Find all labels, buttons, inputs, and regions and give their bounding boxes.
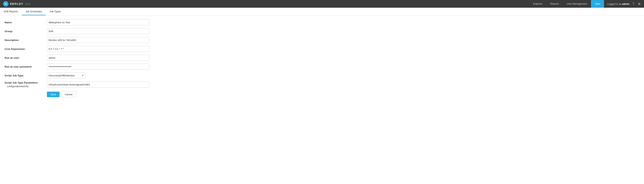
script-job-params-label: Script Job Type Parameters: configuratio… [4, 81, 47, 88]
description-label: Description: [4, 39, 47, 42]
sub-navigation: Drift Reports Job Schedules Job Types [0, 8, 644, 16]
save-button[interactable]: Save [47, 92, 60, 97]
config-item-input[interactable] [47, 81, 149, 88]
nav-jobs[interactable]: Jobs [591, 0, 604, 8]
nav-user-management[interactable]: User Management [563, 0, 591, 8]
tab-drift-reports[interactable]: Drift Reports [3, 8, 22, 16]
run-as-password-row: Run as user password: [4, 64, 149, 70]
logo-icon: XL [3, 1, 8, 7]
run-as-user-row: Run as user: [4, 55, 149, 61]
logged-in-text: Logged in as admin [607, 3, 630, 6]
description-row: Description: [4, 37, 149, 43]
nav-explorer[interactable]: Explorer [529, 0, 546, 8]
group-input[interactable] [47, 28, 149, 34]
tab-job-types[interactable]: Job Types [46, 8, 65, 16]
script-job-type-wrapper: DiscoveryDriftDetection ▼ [47, 72, 85, 79]
cron-input[interactable] [47, 46, 149, 52]
cron-row: Cron Expression: [4, 46, 149, 52]
cron-label: Cron Expression: [4, 48, 47, 50]
nav-right: Logged in as admin ? ⚙ [607, 2, 641, 6]
app-name: DEPLOY [10, 2, 24, 6]
form-buttons: Save Cancel [4, 92, 149, 97]
job-schedule-form: Name: Group: Description: Cron Expressio… [0, 16, 154, 101]
top-navigation: XL DEPLOY 6.2.1 Explorer Reports User Ma… [0, 0, 644, 8]
name-row: Name: [4, 19, 149, 25]
config-item-label: configurationItemId: [4, 85, 44, 88]
nav-links: Explorer Reports User Management Jobs [529, 0, 604, 8]
app-version: 6.2.1 [26, 3, 30, 5]
description-input[interactable] [47, 37, 149, 43]
run-as-user-input[interactable] [47, 55, 149, 61]
settings-icon[interactable]: ⚙ [638, 2, 641, 6]
run-as-password-label: Run as user password: [4, 65, 47, 68]
script-job-type-label: Script Job Type: [4, 74, 47, 77]
group-row: Group: [4, 28, 149, 34]
nav-reports[interactable]: Reports [546, 0, 563, 8]
group-label: Group: [4, 30, 47, 33]
tab-job-schedules[interactable]: Job Schedules [22, 8, 46, 16]
script-job-type-select[interactable]: DiscoveryDriftDetection [47, 72, 85, 79]
name-input[interactable] [47, 19, 149, 25]
run-as-password-input[interactable] [47, 64, 149, 70]
run-as-user-label: Run as user: [4, 56, 47, 59]
script-job-params-row: Script Job Type Parameters: configuratio… [4, 81, 149, 88]
name-label: Name: [4, 21, 47, 24]
app-logo: XL DEPLOY 6.2.1 [3, 1, 30, 7]
help-icon[interactable]: ? [632, 2, 635, 6]
script-job-type-row: Script Job Type: DiscoveryDriftDetection… [4, 72, 149, 79]
cancel-button[interactable]: Cancel [61, 92, 76, 97]
